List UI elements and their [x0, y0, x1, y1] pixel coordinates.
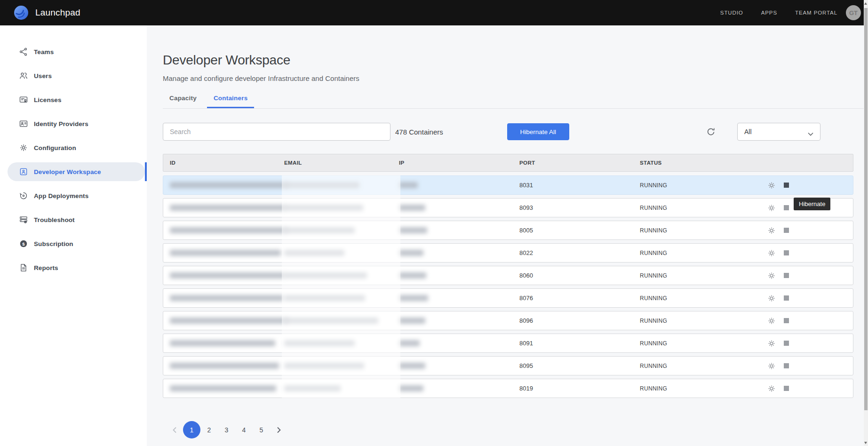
scrollbar-up-arrow-icon[interactable]: [864, 2, 867, 5]
nav-team-portal[interactable]: TEAM PORTAL: [795, 10, 837, 16]
hibernate-stop-icon[interactable]: [784, 250, 789, 255]
top-nav: STUDIO APPS TEAM PORTAL: [720, 10, 837, 16]
cell-ip: [399, 272, 519, 279]
nav-studio[interactable]: STUDIO: [720, 10, 743, 16]
vertical-scrollbar[interactable]: [864, 0, 868, 446]
redacted-ip: [399, 295, 428, 301]
column-header-status: STATUS: [640, 160, 764, 166]
page-subtitle: Manage and configure developer Infrastru…: [163, 74, 853, 82]
avatar[interactable]: GT: [846, 5, 861, 20]
cell-port: 8019: [519, 385, 640, 392]
cell-status: RUNNING: [640, 340, 764, 347]
sidebar-item-users[interactable]: Users: [8, 66, 145, 85]
hibernate-stop-icon[interactable]: [784, 205, 789, 210]
page-3[interactable]: 3: [218, 421, 235, 438]
row-settings-gear-icon[interactable]: [767, 294, 776, 303]
tab-containers[interactable]: Containers: [207, 92, 255, 108]
hibernate-all-button[interactable]: Hibernate All: [507, 123, 569, 140]
row-settings-gear-icon[interactable]: [767, 271, 776, 280]
cell-status: RUNNING: [640, 385, 764, 392]
hibernate-stop-icon[interactable]: [784, 341, 789, 346]
redacted-ip: [399, 227, 427, 233]
search-input[interactable]: [163, 123, 390, 141]
sidebar-item-configuration[interactable]: Configuration: [8, 138, 145, 157]
redacted-id: [170, 318, 288, 324]
cell-email: [284, 227, 399, 233]
cell-id: [170, 182, 284, 188]
scrollbar-down-arrow-icon[interactable]: [864, 442, 867, 444]
hibernate-stop-icon[interactable]: [784, 295, 789, 301]
chevron-right-icon[interactable]: [270, 421, 287, 438]
table-row[interactable]: 8005 RUNNING: [163, 221, 853, 240]
row-settings-gear-icon[interactable]: [767, 204, 776, 212]
table-row[interactable]: 8022 RUNNING: [163, 243, 853, 263]
sidebar-item-developer-workspace[interactable]: Developer Workspace: [8, 162, 145, 181]
row-settings-gear-icon[interactable]: [767, 226, 776, 235]
sidebar-item-label: Configuration: [34, 144, 76, 151]
filter-dropdown[interactable]: All: [737, 123, 820, 141]
page-2[interactable]: 2: [200, 421, 218, 438]
page-4[interactable]: 4: [235, 421, 253, 438]
table-row[interactable]: 8031 RUNNING: [163, 175, 853, 195]
hibernate-stop-icon[interactable]: [784, 183, 789, 188]
top-app-bar: Launchpad STUDIO APPS TEAM PORTAL GT: [0, 0, 868, 25]
cell-email: [284, 182, 399, 188]
page-5[interactable]: 5: [253, 421, 270, 438]
sidebar-item-identity-providers[interactable]: Identity Providers: [8, 114, 145, 133]
chevron-down-icon: [808, 130, 813, 134]
tab-capacity[interactable]: Capacity: [163, 92, 203, 108]
sidebar-item-troubleshoot[interactable]: Troubleshoot: [8, 210, 145, 229]
cell-id: [170, 227, 284, 233]
row-settings-gear-icon[interactable]: [767, 249, 776, 257]
sidebar-item-label: Subscription: [34, 240, 73, 247]
cell-email: [284, 272, 399, 279]
cell-status: RUNNING: [640, 250, 764, 256]
cell-status: RUNNING: [640, 318, 764, 324]
table-row[interactable]: 8019 RUNNING: [163, 379, 853, 398]
hibernate-stop-icon[interactable]: [784, 363, 789, 368]
row-settings-gear-icon[interactable]: [767, 317, 776, 325]
table-row[interactable]: 8093 RUNNING: [163, 198, 853, 217]
sidebar-item-label: Teams: [34, 48, 54, 56]
cell-status: RUNNING: [640, 295, 764, 302]
row-settings-gear-icon[interactable]: [767, 181, 776, 190]
hibernate-stop-icon[interactable]: [784, 318, 789, 323]
table-row[interactable]: 8091 RUNNING: [163, 334, 853, 353]
cell-id: [170, 340, 284, 346]
refresh-icon[interactable]: [706, 127, 716, 136]
sidebar-item-reports[interactable]: Reports: [8, 258, 145, 277]
nav-apps[interactable]: APPS: [761, 10, 777, 16]
cell-email: [284, 385, 399, 391]
hibernate-stop-icon[interactable]: [784, 273, 789, 278]
cell-port: 8096: [519, 317, 640, 324]
cell-id: [170, 250, 284, 256]
svg-text:$: $: [22, 241, 25, 247]
table-row[interactable]: 8076 RUNNING: [163, 288, 853, 308]
row-settings-gear-icon[interactable]: [767, 362, 776, 370]
table-row[interactable]: 8060 RUNNING: [163, 266, 853, 285]
redacted-id: [170, 363, 279, 369]
scrollbar-thumb[interactable]: [864, 8, 868, 410]
sidebar-item-licenses[interactable]: Licenses: [8, 90, 145, 109]
cell-id: [170, 385, 284, 391]
row-settings-gear-icon[interactable]: [767, 339, 776, 348]
sidebar-item-subscription[interactable]: $ Subscription: [8, 234, 145, 253]
redacted-id: [170, 227, 287, 233]
column-header-email: EMAIL: [284, 160, 399, 166]
redacted-id: [170, 385, 276, 391]
sidebar-item-label: Developer Workspace: [34, 168, 101, 175]
redacted-email: [284, 205, 363, 211]
sidebar-item-teams[interactable]: Teams: [8, 42, 145, 61]
containers-table: IDEMAILIPPORTSTATUS 8031 RUNNING 8093 RU…: [163, 154, 853, 398]
hibernate-stop-icon[interactable]: [784, 228, 789, 233]
row-settings-gear-icon[interactable]: [767, 384, 776, 393]
sidebar-item-app-deployments[interactable]: App Deployments: [8, 186, 145, 205]
sidebar-item-label: Identity Providers: [34, 120, 88, 127]
redacted-email: [284, 227, 355, 233]
chevron-left-icon[interactable]: [166, 421, 183, 438]
hibernate-stop-icon[interactable]: [784, 386, 789, 391]
table-row[interactable]: 8095 RUNNING: [163, 356, 853, 375]
table-row[interactable]: 8096 RUNNING: [163, 311, 853, 330]
page-1[interactable]: 1: [183, 421, 200, 438]
redacted-ip: [399, 385, 423, 391]
